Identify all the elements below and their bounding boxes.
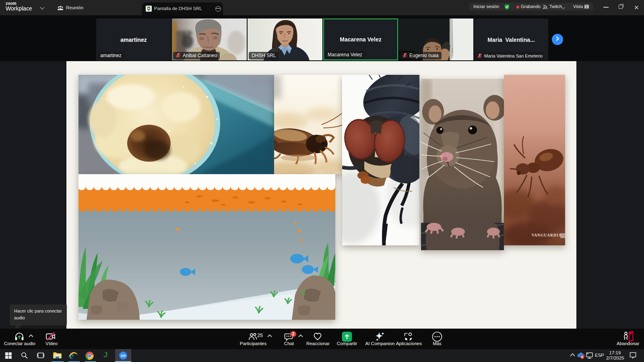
svg-text:VANGUARDIA: VANGUARDIA <box>532 233 562 237</box>
